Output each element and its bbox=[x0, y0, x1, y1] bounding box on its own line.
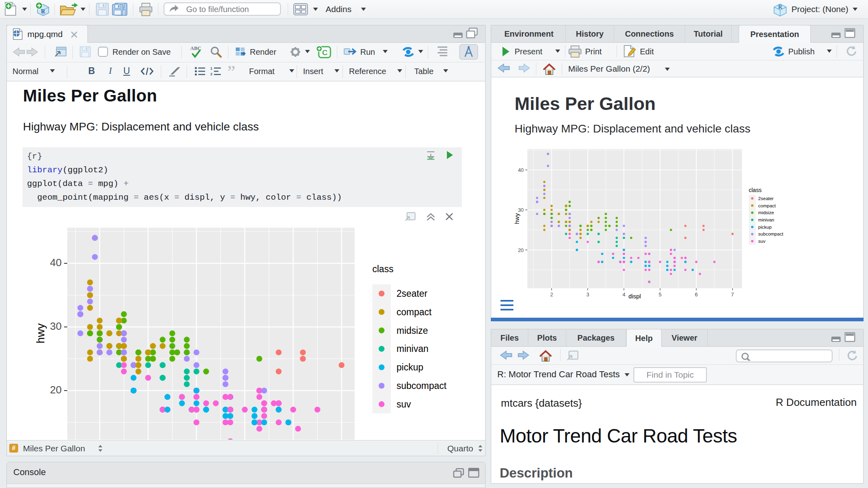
svg-text:7: 7 bbox=[731, 292, 734, 298]
svg-text:2: 2 bbox=[210, 72, 212, 76]
svg-text:pickup: pickup bbox=[397, 362, 423, 372]
svg-text:40: 40 bbox=[518, 167, 523, 173]
svg-text:pickup: pickup bbox=[758, 225, 772, 230]
svg-text:compact: compact bbox=[758, 203, 776, 208]
svg-text:4: 4 bbox=[623, 292, 625, 298]
svg-text:displ: displ bbox=[629, 293, 641, 300]
svg-text:hwy: hwy bbox=[34, 323, 47, 343]
svg-text:6: 6 bbox=[695, 292, 698, 298]
svg-text:subcompact: subcompact bbox=[758, 232, 784, 236]
svg-text:30: 30 bbox=[518, 207, 523, 213]
svg-text:suv: suv bbox=[758, 239, 766, 244]
svg-text:40: 40 bbox=[50, 256, 62, 269]
svg-text:R: R bbox=[778, 4, 783, 10]
svg-text:midsize: midsize bbox=[758, 210, 774, 215]
svg-text:2seater: 2seater bbox=[758, 196, 774, 201]
svg-text:1: 1 bbox=[210, 66, 212, 70]
svg-text:subcompact: subcompact bbox=[397, 380, 447, 391]
svg-text:20: 20 bbox=[50, 384, 62, 396]
svg-text:minivan: minivan bbox=[758, 217, 775, 222]
svg-text:compact: compact bbox=[397, 307, 432, 317]
svg-text:R: R bbox=[41, 8, 46, 14]
svg-text:30: 30 bbox=[50, 320, 62, 332]
svg-text:2seater: 2seater bbox=[397, 288, 428, 299]
svg-text:20: 20 bbox=[518, 247, 523, 253]
svg-text:minivan: minivan bbox=[397, 343, 428, 354]
svg-text:5: 5 bbox=[658, 292, 661, 298]
svg-text:2: 2 bbox=[550, 292, 553, 298]
svg-text:class: class bbox=[372, 264, 393, 274]
svg-text:C: C bbox=[322, 48, 328, 57]
svg-text:class: class bbox=[749, 187, 762, 193]
svg-text:midsize: midsize bbox=[397, 325, 428, 336]
svg-text:hwy: hwy bbox=[513, 213, 520, 224]
svg-text:3: 3 bbox=[586, 292, 589, 298]
svg-text:suv: suv bbox=[397, 399, 411, 409]
